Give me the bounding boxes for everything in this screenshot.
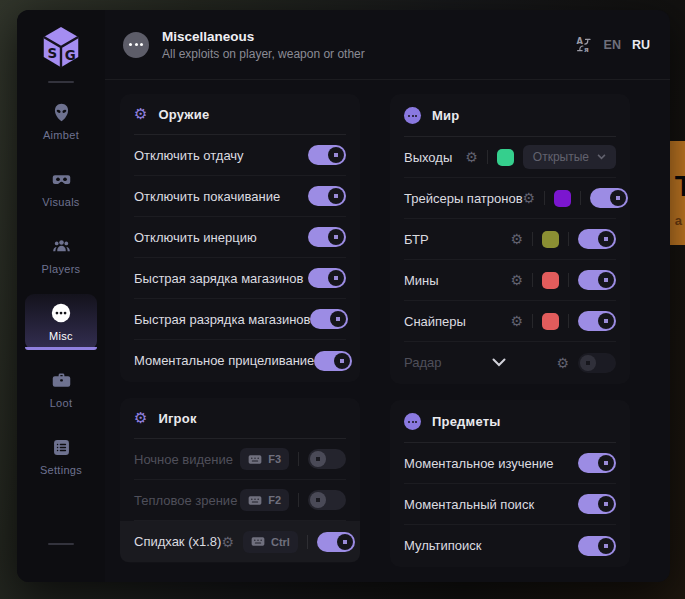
toggle-bullet-tracers[interactable] — [590, 188, 628, 208]
sidebar-item-label: Loot — [50, 397, 73, 409]
sidebar-item-loot[interactable]: Loot — [25, 361, 97, 417]
header-titles: Miscellaneous All exploits on player, we… — [162, 29, 365, 61]
color-swatch[interactable] — [497, 149, 514, 166]
toggle-fast-unload[interactable] — [310, 309, 348, 329]
hotkey-badge[interactable]: F2 — [240, 489, 289, 511]
gear-icon[interactable]: ⚙ — [465, 150, 478, 164]
color-swatch[interactable] — [542, 313, 559, 330]
setting-label: Ночное видение — [134, 452, 233, 467]
toggle-instant-loot[interactable] — [578, 494, 616, 514]
section-weapon: ⚙ Оружие Отключить отдачу Отключить пока… — [120, 94, 360, 382]
separator — [487, 150, 488, 164]
section-title: Оружие — [158, 107, 209, 122]
setting-label: Спидхак (x1.8) — [134, 534, 221, 549]
dots-circle-icon — [404, 107, 421, 124]
sidebar-item-settings[interactable]: Settings — [25, 428, 97, 484]
list-icon — [51, 437, 72, 458]
keyboard-icon — [248, 495, 262, 506]
content-area: ⚙ Оружие Отключить отдачу Отключить пока… — [105, 80, 670, 582]
sidebar-item-label: Players — [42, 263, 81, 275]
sidebar-divider — [48, 543, 74, 545]
setting-label: Мультипоиск — [404, 538, 481, 553]
section-player: ⚙ Игрок Ночное видение F3 — [120, 398, 360, 563]
gear-icon[interactable]: ⚙ — [556, 356, 569, 370]
toggle-fast-reload[interactable] — [308, 268, 346, 288]
page-title: Miscellaneous — [162, 29, 365, 44]
sg-cube-logo-icon: S G — [38, 24, 84, 70]
setting-row: Трейсеры патронов ⚙ — [404, 178, 616, 219]
players-icon — [51, 236, 72, 257]
gear-icon[interactable]: ⚙ — [510, 273, 523, 287]
vr-goggles-icon — [51, 169, 72, 190]
toggle-instant-ads[interactable] — [314, 351, 352, 371]
color-swatch[interactable] — [542, 231, 559, 248]
toggle-btr[interactable] — [578, 229, 616, 249]
separator — [568, 314, 569, 328]
expand-radar[interactable] — [442, 358, 557, 367]
gear-icon[interactable]: ⚙ — [221, 535, 234, 549]
setting-row: Мины ⚙ — [404, 260, 616, 301]
language-switcher: A я EN RU — [575, 36, 650, 54]
svg-text:S: S — [48, 46, 58, 61]
section-world: Мир Выходы ⚙ Открытые — [390, 94, 630, 384]
sidebar-item-misc[interactable]: Misc — [25, 294, 97, 350]
gear-icon[interactable]: ⚙ — [510, 314, 523, 328]
gear-icon: ⚙ — [134, 411, 147, 426]
sidebar-item-label: Settings — [40, 464, 82, 476]
setting-label: Быстрая разрядка магазинов — [134, 312, 310, 327]
toggle-thermal-vision[interactable] — [308, 490, 346, 510]
keyboard-icon — [251, 536, 265, 547]
header: Miscellaneous All exploits on player, we… — [105, 10, 670, 80]
setting-row: Мультипоиск — [404, 525, 616, 566]
left-column: ⚙ Оружие Отключить отдачу Отключить пока… — [120, 94, 360, 582]
setting-row: Спидхак (x1.8) ⚙ Ctrl — [120, 521, 360, 562]
lang-option-ru[interactable]: RU — [632, 38, 650, 52]
setting-row: Радар ⚙ — [404, 342, 616, 383]
setting-row: Быстрая зарядка магазинов — [134, 258, 346, 299]
setting-label: Быстрая зарядка магазинов — [134, 271, 303, 286]
dropdown-exits[interactable]: Открытые — [523, 145, 616, 169]
lang-option-en[interactable]: EN — [604, 38, 621, 52]
setting-row: Моментальное прицеливание — [134, 340, 346, 381]
color-swatch[interactable] — [554, 190, 571, 207]
ellipsis-circle-icon — [50, 302, 72, 324]
sidebar-item-label: Visuals — [42, 196, 79, 208]
section-header: ⚙ Оружие — [134, 94, 346, 122]
separator — [532, 273, 533, 287]
setting-label: Тепловое зрение — [134, 493, 237, 508]
toggle-night-vision[interactable] — [308, 449, 346, 469]
sidebar-item-players[interactable]: Players — [25, 227, 97, 283]
gear-icon[interactable]: ⚙ — [523, 191, 536, 205]
background-letter: а — [675, 213, 682, 228]
chevron-down-icon — [597, 154, 606, 160]
toggle-multiloot[interactable] — [578, 536, 616, 556]
toggle-no-recoil[interactable] — [308, 145, 346, 165]
separator — [532, 232, 533, 246]
toggle-instant-research[interactable] — [578, 453, 616, 473]
toggle-snipers[interactable] — [578, 311, 616, 331]
section-title: Предметы — [432, 414, 501, 429]
setting-label: БТР — [404, 232, 429, 247]
setting-row: Моментальное изучение — [404, 443, 616, 484]
setting-label: Отключить покачивание — [134, 189, 280, 204]
sidebar-item-visuals[interactable]: Visuals — [25, 160, 97, 216]
toggle-mines[interactable] — [578, 270, 616, 290]
toggle-radar[interactable] — [578, 353, 616, 373]
toggle-no-sway[interactable] — [308, 186, 346, 206]
sidebar-item-aimbet[interactable]: Aimbet — [25, 93, 97, 149]
setting-row: Ночное видение F3 — [134, 439, 346, 480]
hotkey-badge[interactable]: F3 — [240, 448, 289, 470]
svg-text:G: G — [65, 48, 76, 63]
alien-icon — [51, 102, 72, 123]
gear-icon[interactable]: ⚙ — [510, 232, 523, 246]
hotkey-badge[interactable]: Ctrl — [243, 531, 298, 553]
setting-label: Отключить инерцию — [134, 230, 257, 245]
setting-label: Трейсеры патронов — [404, 191, 523, 206]
toggle-speedhack[interactable] — [317, 532, 355, 552]
color-swatch[interactable] — [542, 272, 559, 289]
right-column: Мир Выходы ⚙ Открытые — [390, 94, 630, 582]
setting-label: Моментальное прицеливание — [134, 353, 314, 368]
setting-label: Снайперы — [404, 314, 466, 329]
cheat-menu-window: S G Aimbet Visuals — [17, 10, 670, 582]
toggle-no-inertia[interactable] — [308, 227, 346, 247]
